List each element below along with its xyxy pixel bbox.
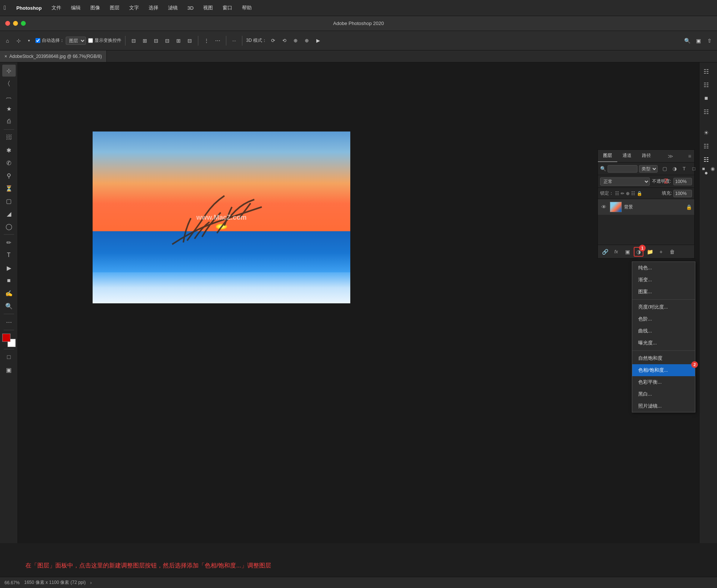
menu-gradient[interactable]: 渐变... <box>632 274 695 286</box>
menu-filter[interactable]: 滤镜 <box>167 4 179 12</box>
text-tool[interactable]: T <box>2 249 16 261</box>
menu-3d[interactable]: 3D <box>186 4 195 12</box>
menu-select[interactable]: 选择 <box>147 4 160 12</box>
new-layer-btn[interactable]: + <box>656 247 666 257</box>
zoom-tool[interactable]: 🔍 <box>2 300 16 312</box>
3d-mode-icon-3[interactable]: ⊕ <box>291 36 300 45</box>
lock-transparent-icon[interactable]: ☷ <box>615 191 619 196</box>
spot-heal-tool[interactable]: ✱ <box>2 144 16 156</box>
menu-curves[interactable]: 曲线... <box>632 325 695 337</box>
minimize-button[interactable] <box>13 21 18 26</box>
menu-brightness-contrast[interactable]: 亮度/对比度... <box>632 301 695 313</box>
panel-menu-icon[interactable]: ≡ <box>685 153 694 159</box>
libraries-icon[interactable]: ☷ <box>699 78 713 92</box>
adjustments-icon[interactable]: ■ <box>699 92 713 105</box>
menu-levels[interactable]: 色阶... <box>632 313 695 325</box>
app-name[interactable]: Photoshop <box>15 4 43 12</box>
align-right-icon[interactable]: ⊟ <box>152 36 161 45</box>
lock-pixels-icon[interactable]: ✏ <box>621 191 624 196</box>
move-tool[interactable]: ⊹ <box>2 65 16 77</box>
3d-mode-icon-2[interactable]: ⟲ <box>280 36 289 45</box>
eyedropper-tool[interactable]: ⛆ <box>2 131 16 143</box>
crop-tool[interactable]: ⎙ <box>2 115 16 127</box>
menu-vibrance[interactable]: 自然饱和度 <box>632 352 695 364</box>
menu-image[interactable]: 图像 <box>89 4 102 12</box>
menu-color-balance[interactable]: 色彩平衡... <box>632 376 695 388</box>
delete-layer-btn[interactable]: 🗑 <box>667 247 677 257</box>
lock-all-icon[interactable]: 🔒 <box>637 191 642 196</box>
move-tool-dropdown[interactable]: ▾ <box>24 36 33 45</box>
close-button[interactable] <box>5 21 10 26</box>
more-options-btn[interactable]: ··· <box>230 37 238 44</box>
menu-help[interactable]: 帮助 <box>240 4 253 12</box>
search-btn[interactable]: 🔍 <box>683 36 692 45</box>
channels-icon[interactable]: ☷ <box>699 105 713 118</box>
hand-tool[interactable]: ✍ <box>2 287 16 299</box>
quick-mask-tool[interactable]: □ <box>2 351 16 363</box>
blend-mode-select[interactable]: 正常 <box>600 177 650 186</box>
tab-paths[interactable]: 路径 <box>637 150 656 162</box>
panel-tab-more-icon[interactable]: ≫ <box>665 153 676 159</box>
light-bulb-icon[interactable]: ☀ <box>699 126 713 139</box>
menu-layer[interactable]: 图层 <box>108 4 121 12</box>
document-tab[interactable]: × AdobeStock_203958648.jpg @ 66.7%(RGB/8… <box>0 50 107 62</box>
3d-mode-icon-5[interactable]: ▶ <box>314 36 323 45</box>
shape-filter-icon[interactable]: □ <box>690 165 698 173</box>
adjustment-filter-icon[interactable]: ◑ <box>670 165 679 173</box>
align-center-v-icon[interactable]: ⊞ <box>174 36 183 45</box>
clone-stamp-tool[interactable]: ⚲ <box>2 170 16 182</box>
maximize-button[interactable] <box>21 21 26 26</box>
lock-position-icon[interactable]: ⊕ <box>626 191 630 196</box>
new-group-btn[interactable]: 📁 <box>645 247 655 257</box>
3d-mode-icon-1[interactable]: ⟳ <box>269 36 278 45</box>
background-layer-row[interactable]: 👁 背景 🔒 <box>598 199 694 215</box>
menu-photo-filter[interactable]: 照片滤镜... <box>632 400 695 412</box>
distribute-v-icon[interactable]: ⋯ <box>213 36 222 45</box>
menu-file[interactable]: 文件 <box>50 4 63 12</box>
path-selection-tool[interactable]: ▶ <box>2 262 16 274</box>
history-brush-tool[interactable]: ⏳ <box>2 182 16 194</box>
selection-tool[interactable]: 〈 <box>2 77 16 89</box>
distribute-h-icon[interactable]: ⋮ <box>202 36 211 45</box>
workspace-btn[interactable]: ▣ <box>694 36 703 45</box>
lock-artboard-icon[interactable]: ☷ <box>631 191 635 196</box>
shape-tool[interactable]: ■ <box>2 275 16 287</box>
fx-btn[interactable]: fx <box>611 247 621 257</box>
menu-pattern[interactable]: 图案... <box>632 286 695 298</box>
share-btn[interactable]: ⇧ <box>705 36 714 45</box>
show-transform-checkbox[interactable] <box>88 38 93 43</box>
new-adjustment-layer-btn[interactable]: ◑ 1 <box>634 247 643 257</box>
gradient-tool[interactable]: ◢ <box>2 208 16 220</box>
link-layers-btn[interactable]: 🔗 <box>600 247 610 257</box>
align-center-h-icon[interactable]: ⊞ <box>140 36 149 45</box>
foreground-color-swatch[interactable] <box>2 334 10 342</box>
properties-icon[interactable]: ☷ <box>699 65 713 78</box>
opacity-input[interactable] <box>673 178 692 185</box>
layer-type-filter[interactable]: 类型 <box>639 165 658 173</box>
menu-black-white[interactable]: 黑白... <box>632 388 695 400</box>
pen-tool[interactable]: ✏ <box>2 236 16 248</box>
menu-solid-color[interactable]: 纯色... <box>632 262 695 274</box>
layer-search-input[interactable] <box>608 165 637 173</box>
align-top-icon[interactable]: ⊟ <box>163 36 172 45</box>
layer-visibility-toggle[interactable]: 👁 <box>600 203 608 211</box>
menu-exposure[interactable]: 曝光度... <box>632 337 695 349</box>
menu-view[interactable]: 视图 <box>202 4 214 12</box>
dodge-tool[interactable]: ◯ <box>2 220 16 232</box>
tab-channels[interactable]: 通道 <box>617 150 637 162</box>
add-mask-btn[interactable]: ▣ <box>623 247 632 257</box>
menu-text[interactable]: 文字 <box>128 4 140 12</box>
menu-edit[interactable]: 编辑 <box>69 4 82 12</box>
tab-layers[interactable]: 图层 <box>598 150 617 162</box>
pattern-icon[interactable]: ☷ <box>699 139 713 153</box>
screen-mode-tool[interactable]: ▣ <box>2 364 16 376</box>
auto-select-dropdown[interactable]: 图层 <box>66 37 86 45</box>
auto-select-checkbox[interactable] <box>35 38 40 43</box>
align-left-icon[interactable]: ⊟ <box>129 36 138 45</box>
type-filter-icon[interactable]: T <box>680 165 688 173</box>
fill-input[interactable] <box>673 190 692 197</box>
align-bottom-icon[interactable]: ⊟ <box>185 36 194 45</box>
eraser-tool[interactable]: ▢ <box>2 195 16 207</box>
filter-toggle[interactable]: ◉ <box>711 165 715 173</box>
doc-tab-close[interactable]: × <box>4 54 7 59</box>
